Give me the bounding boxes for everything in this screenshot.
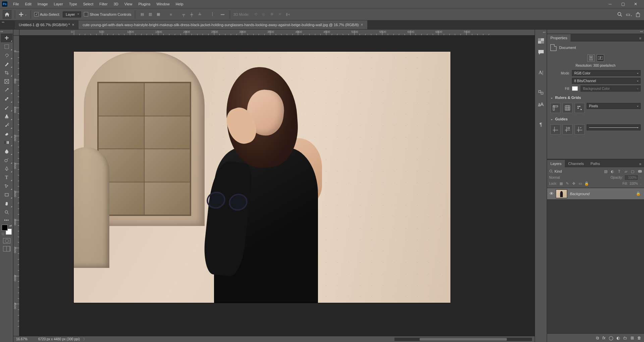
status-menu-icon[interactable]: 〉	[83, 337, 87, 342]
type-tool[interactable]: T	[1, 173, 13, 182]
paragraph-panel-icon[interactable]: ¶	[536, 119, 546, 129]
stamp-tool[interactable]	[1, 112, 13, 121]
menu-plugins[interactable]: Plugins	[135, 1, 153, 7]
healing-tool[interactable]	[1, 95, 13, 103]
menu-filter[interactable]: Filter	[96, 1, 110, 7]
dodge-tool[interactable]	[1, 156, 13, 164]
gradient-tool[interactable]	[1, 138, 13, 147]
hand-tool[interactable]	[1, 199, 13, 208]
fill-value[interactable]: 100%	[629, 182, 638, 185]
link-layers-icon[interactable]: ⧉	[596, 336, 599, 340]
minimize-button[interactable]: ─	[604, 1, 616, 7]
filter-adjust-icon[interactable]: ◐	[610, 169, 615, 174]
depth-dropdown[interactable]: 8 Bits/Channel	[572, 78, 641, 84]
guide-style-dropdown[interactable]	[587, 124, 641, 130]
tab-channels[interactable]: Channels	[565, 160, 587, 167]
color-panel-icon[interactable]	[536, 36, 546, 46]
align-top-icon[interactable]: ╤	[180, 11, 187, 18]
visibility-toggle-icon[interactable]: 👁	[547, 191, 556, 196]
group-icon[interactable]: 🗀	[623, 336, 627, 340]
search-icon[interactable]	[617, 12, 623, 17]
document-image[interactable]	[74, 52, 450, 303]
path-select-tool[interactable]	[1, 182, 13, 190]
panels-collapse-icon[interactable]: ◂◂	[639, 30, 644, 34]
zoom-value[interactable]: 16.67%	[16, 337, 35, 341]
close-tab-icon[interactable]: ×	[72, 22, 74, 27]
blur-tool[interactable]	[1, 147, 13, 156]
lock-image-icon[interactable]: ✎	[565, 181, 570, 186]
share-icon[interactable]	[636, 12, 641, 17]
pen-tool[interactable]	[1, 164, 13, 173]
menu-help[interactable]: Help	[173, 1, 186, 7]
menu-edit[interactable]: Edit	[22, 1, 35, 7]
lock-transparency-icon[interactable]: ▦	[559, 181, 564, 186]
crop-tool[interactable]	[1, 68, 13, 77]
opacity-value[interactable]: 100%	[625, 175, 638, 180]
character-panel-icon[interactable]: A|	[536, 68, 546, 77]
close-button[interactable]: ✕	[629, 1, 642, 7]
menu-image[interactable]: Image	[35, 1, 51, 7]
reset-colors-icon[interactable]: ◻	[2, 232, 4, 235]
fill-swatch[interactable]	[572, 86, 578, 91]
ruler-vertical[interactable]: 050010001500200025003000350040004500	[13, 36, 19, 336]
guides-toggle-button[interactable]	[550, 124, 560, 134]
panel-menu-icon[interactable]: ≡	[637, 35, 644, 42]
tab-photo[interactable]: cute-young-girl-with-dark-wavy-hairstyle…	[78, 20, 367, 29]
layer-lock-icon[interactable]: 🔒	[636, 191, 641, 196]
lock-artboard-icon[interactable]: ▭	[578, 181, 583, 186]
align-stack-icon[interactable]: ≡	[167, 11, 175, 18]
smart-guides-button[interactable]	[575, 124, 585, 134]
grid-toggle-button[interactable]	[562, 103, 573, 113]
align-left-icon[interactable]: ▤	[139, 11, 146, 18]
ruler-toggle-button[interactable]	[550, 103, 560, 113]
align-vcenter-icon[interactable]: ╪	[188, 11, 196, 18]
delete-layer-icon[interactable]: 🗑	[637, 336, 641, 340]
kind-filter-dropdown[interactable]: Kind	[554, 169, 602, 173]
zoom-tool[interactable]	[1, 208, 13, 217]
blend-mode-dropdown[interactable]: Normal	[549, 176, 608, 179]
portrait-button[interactable]	[587, 54, 595, 62]
fx-icon[interactable]: fx	[602, 336, 605, 340]
maximize-button[interactable]: ▢	[616, 1, 629, 7]
menu-type[interactable]: Type	[66, 1, 80, 7]
fg-color-swatch[interactable]	[2, 225, 8, 231]
guides-section[interactable]: ⌄Guides	[548, 116, 643, 122]
new-layer-icon[interactable]: ⊞	[631, 336, 634, 340]
menu-select[interactable]: Select	[80, 1, 97, 7]
menu-window[interactable]: Window	[154, 1, 173, 7]
eraser-tool[interactable]	[1, 129, 13, 138]
marquee-tool[interactable]	[1, 42, 13, 51]
align-bottom-icon[interactable]: ╧	[196, 11, 204, 18]
tab-layers[interactable]: Layers	[547, 160, 565, 167]
tab-untitled[interactable]: Untitled-1 @ 66.7% (RGB/8#) * ×	[15, 20, 78, 29]
menu-3d[interactable]: 3D	[111, 1, 121, 7]
layer-background[interactable]: 👁 Background 🔒	[547, 188, 644, 199]
color-swatches[interactable]: ⇄ ◻	[2, 225, 12, 235]
libraries-panel-icon[interactable]	[536, 88, 546, 97]
eyedropper-tool[interactable]	[1, 86, 13, 95]
glyphs-panel-icon[interactable]: aA	[536, 99, 546, 109]
menu-file[interactable]: File	[10, 1, 22, 7]
move-tool-icon[interactable]: ⌄	[18, 12, 27, 17]
wand-tool[interactable]	[1, 60, 13, 68]
tabs-expand-icon[interactable]: ▸▸	[2, 21, 5, 24]
landscape-button[interactable]	[597, 54, 604, 62]
panel-expand-icon[interactable]: ◂◂	[541, 30, 547, 34]
ruler-horizontal[interactable]: 0500100015002000250030003500400045005000…	[19, 30, 535, 36]
history-brush-tool[interactable]	[1, 121, 13, 129]
align-hcenter-icon[interactable]: ▥	[147, 11, 154, 18]
filter-toggle[interactable]	[638, 170, 642, 173]
adjustment-icon[interactable]: ◐	[616, 336, 620, 340]
close-tab-icon[interactable]: ×	[361, 22, 363, 27]
h-scrollbar[interactable]	[394, 338, 532, 341]
brush-tool[interactable]	[1, 103, 13, 112]
shape-tool[interactable]	[1, 190, 13, 199]
canvas[interactable]: 0500100015002000250030003500400045005000…	[13, 30, 535, 342]
rulers-grids-section[interactable]: ⌄Rulers & Grids	[548, 94, 643, 101]
workspace-icon[interactable]: ▭⌄	[626, 12, 633, 17]
pixel-grid-button[interactable]	[575, 103, 585, 113]
mask-icon[interactable]: ◯	[609, 336, 613, 340]
comments-panel-icon[interactable]	[536, 48, 546, 57]
filter-type-icon[interactable]: T	[616, 169, 622, 174]
move-tool[interactable]	[1, 34, 13, 42]
